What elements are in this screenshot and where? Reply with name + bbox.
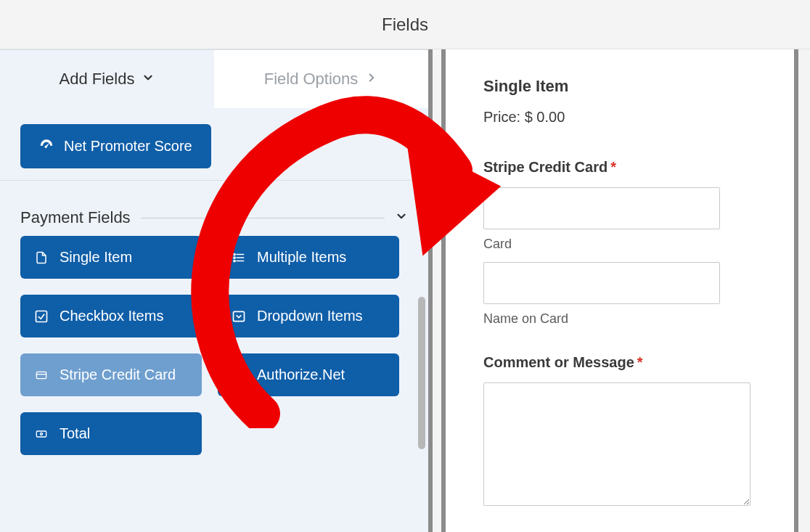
stripe-label: Stripe Credit Card* (483, 159, 772, 176)
credit-card-icon (231, 367, 247, 383)
other-fields-row: Net Promoter Score (0, 108, 428, 181)
svg-point-3 (234, 253, 235, 255)
credit-card-icon (33, 367, 49, 383)
dropdown-items-button[interactable]: Dropdown Items (218, 295, 399, 337)
item-price: Price: $ 0.00 (483, 109, 772, 126)
svg-rect-12 (36, 431, 46, 437)
button-label: Total (60, 425, 90, 442)
name-on-card-input[interactable] (483, 262, 720, 304)
payment-fields-grid: Single Item Multiple Items Checkbox Item… (0, 236, 428, 462)
tab-label: Field Options (264, 70, 359, 89)
file-icon (33, 250, 49, 266)
checkbox-items-button[interactable]: Checkbox Items (20, 295, 202, 337)
chevron-right-icon (365, 70, 378, 89)
section-payment-fields[interactable]: Payment Fields (0, 181, 428, 236)
gauge-icon (39, 137, 54, 155)
divider-line (141, 218, 385, 218)
chevron-down-icon (142, 70, 155, 89)
svg-rect-10 (234, 372, 243, 378)
button-label: Single Item (60, 249, 132, 266)
svg-rect-8 (36, 372, 46, 378)
comment-label: Comment or Message* (483, 354, 772, 371)
svg-rect-6 (36, 311, 47, 322)
checkbox-icon (33, 308, 49, 324)
svg-rect-7 (234, 311, 245, 321)
money-icon (33, 426, 49, 442)
svg-point-5 (234, 260, 235, 261)
left-panel: Add Fields Field Options Net Promoter Sc… (0, 49, 428, 532)
label-text: Stripe Credit Card (483, 159, 608, 175)
item-title: Single Item (483, 77, 772, 96)
comment-textarea[interactable] (483, 382, 750, 506)
page-title: Fields (0, 0, 810, 49)
scrollbar-thumb[interactable] (418, 297, 425, 449)
button-label: Authorize.Net (257, 367, 345, 383)
multiple-items-button[interactable]: Multiple Items (218, 236, 399, 279)
button-label: Dropdown Items (257, 308, 363, 324)
authorize-net-button[interactable]: Authorize.Net (218, 353, 399, 396)
tab-field-options[interactable]: Field Options (214, 50, 428, 108)
stripe-credit-card-button[interactable]: Stripe Credit Card (20, 353, 202, 396)
button-label: Net Promoter Score (64, 138, 192, 155)
svg-point-4 (234, 256, 235, 258)
comment-field-block: Comment or Message* (483, 354, 772, 510)
section-title: Payment Fields (20, 208, 131, 227)
tab-label: Add Fields (60, 70, 135, 89)
svg-point-13 (41, 433, 43, 435)
page-title-text: Fields (382, 15, 428, 35)
card-input[interactable] (483, 187, 720, 229)
form-preview: Single Item Price: $ 0.00 Stripe Credit … (446, 49, 810, 532)
main-content: Add Fields Field Options Net Promoter Sc… (0, 49, 810, 532)
button-label: Multiple Items (257, 249, 346, 266)
tabs: Add Fields Field Options (0, 50, 428, 108)
dropdown-icon (231, 308, 247, 324)
panel-divider (428, 49, 446, 532)
button-label: Stripe Credit Card (60, 367, 176, 383)
net-promoter-score-button[interactable]: Net Promoter Score (20, 124, 211, 168)
total-button[interactable]: Total (20, 412, 202, 455)
required-asterisk: * (610, 159, 616, 175)
required-asterisk: * (637, 354, 643, 370)
chevron-down-icon (395, 208, 408, 227)
card-sublabel: Card (483, 237, 772, 252)
name-sublabel: Name on Card (483, 311, 772, 327)
button-label: Checkbox Items (60, 308, 163, 324)
label-text: Comment or Message (483, 354, 634, 370)
stripe-field-block: Stripe Credit Card* Card Name on Card (483, 159, 772, 327)
single-item-button[interactable]: Single Item (20, 236, 202, 279)
tab-add-fields[interactable]: Add Fields (0, 50, 214, 108)
list-icon (231, 250, 247, 266)
preview-right-edge (794, 49, 810, 532)
